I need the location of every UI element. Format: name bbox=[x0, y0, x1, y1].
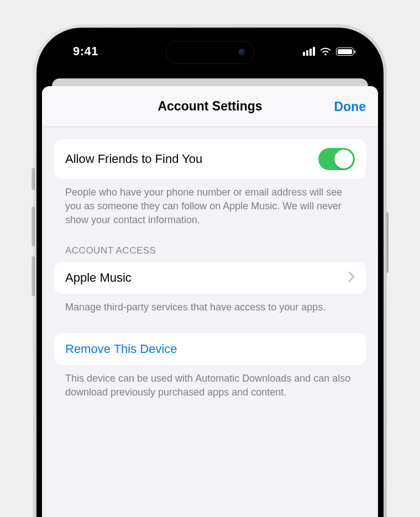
phone-frame: 9:41 bbox=[33, 24, 387, 517]
remove-device-footer: This device can be used with Automatic D… bbox=[54, 365, 366, 399]
front-camera-icon bbox=[238, 49, 246, 56]
battery-icon bbox=[336, 48, 354, 56]
chevron-right-icon bbox=[348, 271, 355, 284]
page-title: Account Settings bbox=[158, 99, 262, 114]
toggle-knob bbox=[334, 150, 353, 168]
done-button[interactable]: Done bbox=[334, 99, 366, 114]
side-button-power bbox=[385, 212, 389, 273]
side-button-volume-up bbox=[32, 207, 35, 246]
allow-friends-toggle[interactable] bbox=[318, 148, 355, 170]
status-time: 9:41 bbox=[73, 44, 98, 59]
status-icons bbox=[303, 47, 354, 56]
apple-music-row[interactable]: Apple Music bbox=[54, 262, 366, 294]
phone-bezel: 9:41 bbox=[36, 28, 384, 517]
side-button-volume-down bbox=[32, 256, 35, 296]
account-access-footer: Manage third-party services that have ac… bbox=[54, 294, 366, 314]
wifi-icon bbox=[319, 47, 332, 56]
allow-friends-footer: People who have your phone number or ema… bbox=[54, 179, 366, 226]
cellular-icon bbox=[303, 47, 315, 56]
allow-friends-label: Allow Friends to Find You bbox=[65, 152, 202, 166]
account-access-header: ACCOUNT ACCESS bbox=[54, 226, 366, 262]
remove-device-label: Remove This Device bbox=[65, 342, 177, 356]
allow-friends-row: Allow Friends to Find You bbox=[54, 139, 366, 179]
remove-device-row[interactable]: Remove This Device bbox=[54, 333, 366, 365]
screen: 9:41 bbox=[42, 33, 378, 517]
dynamic-island bbox=[166, 41, 254, 64]
nav-bar: Account Settings Done bbox=[42, 86, 378, 127]
modal-sheet: Account Settings Done Allow Friends to F… bbox=[42, 86, 378, 517]
content-area: Allow Friends to Find You People who hav… bbox=[42, 127, 378, 412]
side-button-silent bbox=[32, 168, 35, 190]
canvas: 9:41 bbox=[0, 0, 420, 517]
status-bar: 9:41 bbox=[42, 33, 378, 70]
apple-music-label: Apple Music bbox=[65, 271, 132, 285]
